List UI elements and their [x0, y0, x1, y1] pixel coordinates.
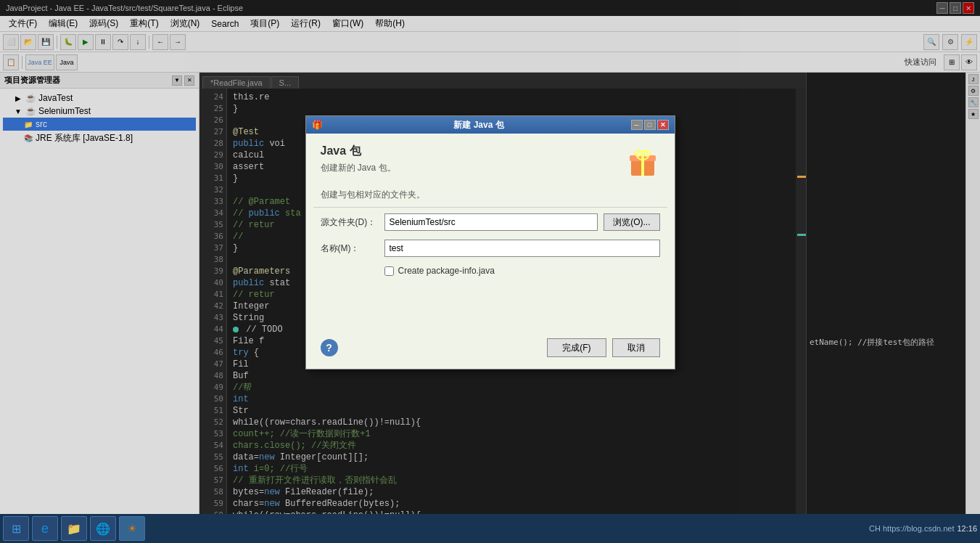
checkbox-row: Create package-info.java [321, 266, 660, 276]
dialog-header-content: Java 包 创建新的 Java 包。 创建与包相对应的文件夹。 [321, 144, 614, 201]
name-field: 名称(M)： [321, 240, 660, 257]
dialog-body: 源文件夹(D)： 浏览(O)... 名称(M)： Create package-… [306, 208, 675, 309]
dialog-footer: ? 完成(F) 取消 [306, 330, 675, 369]
dialog-main-title: Java 包 [321, 144, 614, 159]
help-button[interactable]: ? [321, 339, 338, 356]
package-info-label[interactable]: Create package-info.java [398, 266, 495, 276]
source-label: 源文件夹(D)： [321, 216, 379, 229]
dialog-title-icon: 🎁 [312, 120, 323, 130]
package-info-checkbox[interactable] [384, 266, 394, 276]
source-field: 源文件夹(D)： 浏览(O)... [321, 213, 660, 231]
dialog-desc: 创建与包相对应的文件夹。 [321, 189, 614, 201]
name-label: 名称(M)： [321, 242, 379, 255]
finish-button[interactable]: 完成(F) [547, 338, 606, 357]
cancel-button[interactable]: 取消 [612, 338, 660, 357]
dialog-title-text: 新建 Java 包 [453, 119, 503, 131]
dialog-maximize-btn[interactable]: □ [644, 120, 656, 130]
dialog-header: Java 包 创建新的 Java 包。 创建与包相对应的文件夹。 [306, 134, 675, 207]
browse-button[interactable]: 浏览(O)... [604, 213, 659, 231]
dialog-icon-area [625, 144, 660, 179]
dialog-titlebar: 🎁 新建 Java 包 ─ □ ✕ [306, 116, 675, 134]
dialog-title-controls: ─ □ ✕ [631, 120, 669, 130]
new-java-package-dialog: 🎁 新建 Java 包 ─ □ ✕ Java 包 创建新的 Java 包。 创建… [305, 115, 675, 370]
dialog-minimize-btn[interactable]: ─ [631, 120, 643, 130]
dialog-subtitle: 创建新的 Java 包。 [321, 162, 614, 174]
dialog-overlay: 🎁 新建 Java 包 ─ □ ✕ Java 包 创建新的 Java 包。 创建… [0, 0, 980, 543]
source-input[interactable] [384, 213, 598, 231]
svg-rect-2 [641, 155, 644, 176]
dialog-close-btn[interactable]: ✕ [657, 120, 669, 130]
dialog-middle-spacer [306, 309, 675, 330]
name-input[interactable] [384, 240, 660, 257]
gift-svg [625, 144, 660, 179]
